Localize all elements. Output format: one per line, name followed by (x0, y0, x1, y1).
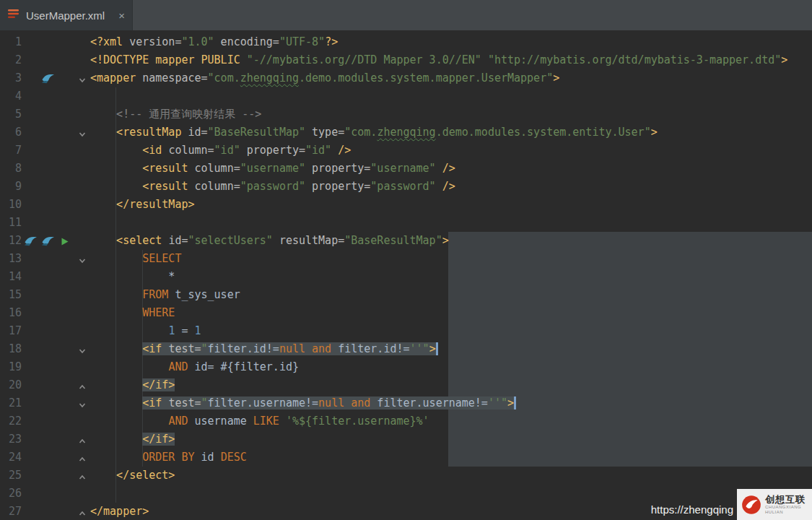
token: namespace= (142, 72, 207, 84)
code-line-15[interactable]: 15 FROM t_sys_user (0, 286, 812, 304)
token (305, 342, 312, 355)
line-number: 15 (3, 286, 22, 304)
line-number: 11 (3, 214, 22, 232)
token: "com. (208, 72, 240, 84)
code-line-14[interactable]: 14 * (0, 268, 812, 286)
fold-marker-down[interactable] (78, 255, 87, 264)
mybatis-bird-icon[interactable] (24, 235, 38, 246)
code-editor[interactable]: 1<?xml version="1.0" encoding="UTF-8"?>2… (0, 30, 812, 520)
code-line-17[interactable]: 17 1 = 1 (0, 322, 812, 340)
code-line-10[interactable]: 10 </resultMap> (0, 196, 812, 214)
token: "id" (305, 144, 331, 157)
fold-marker-up[interactable] (78, 381, 87, 390)
token (90, 324, 168, 337)
line-number: 18 (3, 340, 22, 358)
line-number: 10 (3, 196, 22, 214)
editor-tab-bar: UserMapper.xml × (0, 0, 812, 30)
token: '%${filter.username}%' (286, 415, 429, 428)
token: id= (168, 234, 188, 247)
token (90, 288, 142, 301)
mybatis-bird-icon[interactable] (41, 73, 55, 84)
code-text: <resultMap id="BaseResultMap" type="com.… (90, 124, 658, 142)
token: <id (90, 144, 168, 157)
watermark-url: https://zhengqing (651, 503, 733, 516)
watermark-brand-sub: CHUANGXIANG HULIAN (765, 505, 808, 514)
fold-marker-down[interactable] (78, 345, 87, 354)
token: <mapper (90, 72, 142, 84)
code-line-16[interactable]: 16 WHERE (0, 304, 812, 322)
token: <select (90, 234, 168, 247)
code-text: <result column="password" property="pass… (90, 178, 455, 196)
code-line-25[interactable]: 25 </select> (0, 467, 812, 485)
code-line-11[interactable]: 11 (0, 214, 812, 232)
token: <result (90, 162, 195, 175)
line-number: 27 (3, 503, 22, 520)
token: filter.id!= (208, 342, 279, 355)
line-number: 23 (3, 430, 22, 448)
token: ''" (488, 396, 507, 410)
token: encoding= (214, 35, 279, 48)
mybatis-bird-icon[interactable] (41, 235, 55, 246)
fold-marker-up[interactable] (78, 472, 87, 480)
code-line-7[interactable]: 7 <id column="id" property="id" /> (0, 142, 812, 160)
run-statement-icon[interactable] (60, 236, 74, 247)
token: <result (90, 180, 195, 193)
token: </if> (142, 433, 175, 446)
token: "username" (240, 162, 305, 175)
code-line-24[interactable]: 24 ORDER BY id DESC (0, 448, 812, 467)
line-number: 8 (3, 160, 22, 178)
code-line-4[interactable]: 4 (0, 87, 812, 105)
fold-marker-down[interactable] (78, 74, 87, 83)
token: filter.username!= (370, 396, 488, 410)
code-line-9[interactable]: 9 <result column="password" property="pa… (0, 178, 812, 196)
token: column= (195, 162, 240, 175)
fold-marker-up[interactable] (78, 508, 87, 516)
code-line-20[interactable]: 20 </if> (0, 376, 812, 394)
code-text: <!-- 通用查询映射结果 --> (90, 105, 261, 124)
token: test= (168, 342, 201, 355)
token: "id" (214, 144, 240, 157)
code-text: * (90, 268, 175, 286)
code-text: WHERE (90, 304, 175, 322)
code-text: <!DOCTYPE mapper PUBLIC "-//mybatis.org/… (90, 51, 787, 69)
code-lines: 1<?xml version="1.0" encoding="UTF-8"?>2… (0, 33, 812, 520)
code-line-12[interactable]: 12 <select id="selectUsers" resultMap="B… (0, 232, 812, 250)
token: > (442, 234, 449, 247)
token: null (318, 396, 344, 410)
code-line-13[interactable]: 13 SELECT (0, 250, 812, 268)
code-line-8[interactable]: 8 <result column="username" property="us… (0, 160, 812, 178)
token: "password" (370, 180, 435, 193)
tab-usermapper-xml[interactable]: UserMapper.xml × (0, 0, 133, 30)
token: "username" (370, 162, 435, 175)
fold-marker-down[interactable] (78, 399, 87, 408)
code-line-18[interactable]: 18 <if test="filter.id!=null and filter.… (0, 340, 812, 358)
line-number: 16 (3, 304, 22, 322)
fold-marker-up[interactable] (78, 436, 87, 444)
code-line-23[interactable]: 23 </if> (0, 430, 812, 448)
token: ''" (410, 342, 429, 355)
code-line-26[interactable]: 26 (0, 485, 812, 503)
code-line-6[interactable]: 6 <resultMap id="BaseResultMap" type="co… (0, 124, 812, 142)
line-number: 1 (3, 33, 22, 51)
code-line-5[interactable]: 5 <!-- 通用查询映射结果 --> (0, 105, 812, 124)
token: > (429, 342, 436, 355)
line-number: 24 (3, 448, 22, 467)
tab-title: UserMapper.xml (26, 9, 105, 22)
code-line-21[interactable]: 21 <if test="filter.username!=null and f… (0, 394, 812, 412)
token: "BaseResultMap" (208, 126, 305, 139)
code-text: </if> (90, 430, 175, 448)
code-text: </resultMap> (90, 196, 195, 214)
watermark-brand: 创想互联 (765, 495, 808, 505)
token: property= (240, 144, 305, 157)
code-text: <?xml version="1.0" encoding="UTF-8"?> (90, 33, 338, 51)
fold-marker-up[interactable] (78, 454, 87, 462)
tab-close-icon[interactable]: × (118, 9, 125, 22)
token: version= (129, 35, 181, 48)
code-line-2[interactable]: 2<!DOCTYPE mapper PUBLIC "-//mybatis.org… (0, 51, 812, 69)
code-line-1[interactable]: 1<?xml version="1.0" encoding="UTF-8"?> (0, 33, 812, 51)
code-line-3[interactable]: 3<mapper namespace="com.zhengqing.demo.m… (0, 69, 812, 87)
code-text: <if test="filter.username!=null and filt… (90, 394, 514, 412)
code-line-22[interactable]: 22 AND username LIKE '%${filter.username… (0, 412, 812, 430)
fold-marker-down[interactable] (78, 129, 87, 137)
code-line-19[interactable]: 19 AND id= #{filter.id} (0, 358, 812, 376)
